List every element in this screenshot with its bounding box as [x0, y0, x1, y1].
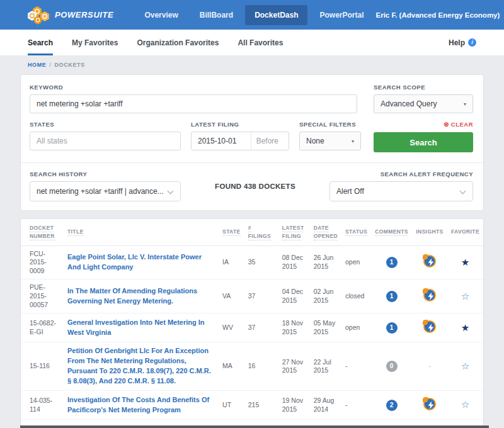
docket-title-link[interactable]: In The Matter Of Amending Regulations Go…	[67, 287, 197, 305]
latest-filing-mode-select[interactable]: Before	[251, 132, 289, 150]
docket-number-cell: 14-035-114	[21, 391, 64, 420]
keyword-input[interactable]	[30, 94, 357, 113]
nav-item-billboard[interactable]: BillBoard	[190, 5, 243, 25]
latest-filing-date-input[interactable]: 2015-10-01	[192, 137, 251, 145]
insights-cell	[412, 313, 447, 342]
info-icon: i	[468, 38, 476, 47]
breadcrumb: HOME / DOCKETS	[0, 55, 504, 74]
comments-cell: 1	[371, 313, 412, 342]
column-header-state[interactable]: STATE	[219, 219, 244, 245]
clear-button[interactable]: ⊗CLEAR	[374, 121, 473, 128]
column-header-docket[interactable]: DOCKET NUMBER	[21, 219, 64, 245]
insights-bolt-icon[interactable]	[423, 289, 436, 301]
docket-title-link[interactable]: Eagle Point Solar, Llc V. Interstate Pow…	[67, 253, 202, 271]
filings-count-cell: 215	[244, 391, 278, 420]
latest-filing-cell: 19 Nov 2015	[278, 391, 310, 420]
breadcrumb-current: DOCKETS	[55, 62, 85, 68]
comments-badge[interactable]: 1	[386, 257, 398, 268]
search-scope-select[interactable]: Advanced Query ▾	[374, 94, 473, 113]
insights-bolt-icon[interactable]	[423, 255, 436, 268]
dropdown-arrow-icon: ▾	[464, 101, 466, 107]
filings-count-cell: 37	[244, 279, 278, 313]
table-body: FCU-2015-0009 Eagle Point Solar, Llc V. …	[21, 245, 483, 428]
special-filters-value: None	[306, 137, 324, 145]
breadcrumb-home-link[interactable]: HOME	[28, 62, 46, 68]
dockets-table: DOCKET NUMBERTITLESTATE# FILINGSLATEST F…	[21, 219, 483, 428]
column-header-title[interactable]: TITLE	[64, 219, 219, 245]
state-cell: UT	[219, 391, 244, 420]
table-row: PUE-2015-00057 In The Matter Of Amending…	[21, 279, 483, 313]
date-opened-cell: 26 Jun 2015	[310, 245, 341, 279]
title-cell: In The Matter Of Amending Regulations Go…	[64, 279, 219, 313]
alert-frequency-label: SEARCH ALERT FREQUENCY	[329, 171, 473, 177]
comments-badge[interactable]: 0	[386, 361, 398, 372]
search-meta-bar: SEARCH HISTORY net metering +solar +tari…	[21, 162, 483, 210]
bottom-cutoff-bar	[20, 425, 489, 428]
insights-bolt-icon[interactable]	[423, 398, 436, 410]
nav-item-powerportal[interactable]: PowerPortal	[310, 5, 373, 25]
filings-count-cell: 35	[244, 245, 278, 279]
favorite-star-icon[interactable]: ★	[461, 322, 469, 333]
latest-filing-cell: 08 Dec 2015	[278, 245, 310, 279]
search-button[interactable]: Search	[374, 132, 473, 152]
top-app-bar: POWERSUITE OverviewBillBoardDocketDashPo…	[0, 0, 504, 30]
insights-bolt-icon[interactable]	[423, 320, 436, 333]
search-panel: KEYWORD SEARCH SCOPE Advanced Query ▾ ST…	[20, 74, 484, 211]
comments-badge[interactable]: 1	[386, 291, 398, 302]
latest-filing-cell: 04 Dec 2015	[278, 279, 310, 313]
powersuite-logo[interactable]: POWERSUITE	[28, 6, 113, 25]
tab-my-favorites[interactable]: My Favorites	[72, 30, 118, 55]
insights-cell	[412, 245, 447, 279]
clear-label: CLEAR	[451, 121, 473, 128]
comments-badge[interactable]: 1	[386, 322, 398, 334]
title-cell: Eagle Point Solar, Llc V. Interstate Pow…	[64, 245, 219, 279]
states-input[interactable]	[30, 132, 181, 150]
column-header-latest[interactable]: LATEST FILING	[278, 219, 310, 245]
favorite-star-icon[interactable]: ☆	[461, 291, 469, 301]
user-account-menu[interactable]: Eric F. (Advanced Energy Economy) ▾	[376, 11, 504, 19]
docket-number-cell: 15-0682-E-GI	[21, 313, 64, 342]
nav-item-overview[interactable]: Overview	[135, 5, 187, 25]
comments-badge[interactable]: 2	[386, 400, 398, 411]
chevron-down-icon	[168, 188, 174, 194]
results-count: FOUND 438 DOCKETS	[181, 171, 329, 201]
title-cell: General Investigation Into Net Metering …	[64, 313, 219, 342]
nav-item-docketdash[interactable]: DocketDash	[245, 5, 307, 25]
comments-cell: 1	[371, 245, 412, 279]
column-header-comments[interactable]: COMMENTS	[371, 219, 412, 245]
user-name: Eric F. (Advanced Energy Economy)	[376, 11, 500, 19]
search-history-select[interactable]: net metering +solar +tariff | advance...	[30, 181, 181, 201]
column-header-filings[interactable]: # FILINGS	[244, 219, 278, 245]
column-header-opened[interactable]: DATE OPENED	[310, 219, 341, 245]
tab-search[interactable]: Search	[28, 30, 53, 55]
tab-organization-favorites[interactable]: Organization Favorites	[137, 30, 219, 55]
state-cell: MA	[219, 342, 244, 391]
primary-nav: OverviewBillBoardDocketDashPowerPortal	[135, 0, 375, 30]
status-cell: closed	[341, 279, 371, 313]
favorite-cell: ☆	[447, 279, 483, 313]
docket-title-link[interactable]: Investigation Of The Costs And Benefits …	[67, 396, 209, 414]
latest-filing-group: 2015-10-01 Before	[191, 132, 289, 150]
status-cell: open	[341, 245, 371, 279]
special-filters-select[interactable]: None ▾	[299, 132, 361, 150]
status-cell: -	[341, 391, 371, 420]
docket-title-link[interactable]: General Investigation Into Net Metering …	[67, 318, 205, 336]
favorite-star-icon[interactable]: ☆	[461, 361, 469, 371]
table-row: 14-035-114 Investigation Of The Costs An…	[21, 391, 483, 420]
alert-frequency-select[interactable]: Alert Off	[329, 181, 473, 201]
table-row: 15-0682-E-GI General Investigation Into …	[21, 313, 483, 342]
insights-cell: -	[412, 342, 447, 391]
dropdown-arrow-icon: ▾	[352, 138, 354, 144]
docket-title-link[interactable]: Petition Of Genbright Llc For An Excepti…	[67, 347, 211, 385]
section-tabs: SearchMy FavoritesOrganization Favorites…	[0, 30, 504, 55]
tab-all-favorites[interactable]: All Favorites	[238, 30, 283, 55]
favorite-star-icon[interactable]: ★	[461, 257, 469, 268]
help-button[interactable]: Help i	[449, 30, 476, 55]
latest-filing-cell: 27 Nov 2015	[278, 342, 310, 391]
column-header-status[interactable]: STATUS	[341, 219, 371, 245]
status-cell: -	[341, 342, 371, 391]
state-cell: WV	[219, 313, 244, 342]
favorite-star-icon[interactable]: ☆	[461, 399, 469, 410]
special-filters-label: SPECIAL FILTERS	[299, 121, 361, 128]
date-opened-cell: 22 Jul 2015	[310, 342, 341, 391]
